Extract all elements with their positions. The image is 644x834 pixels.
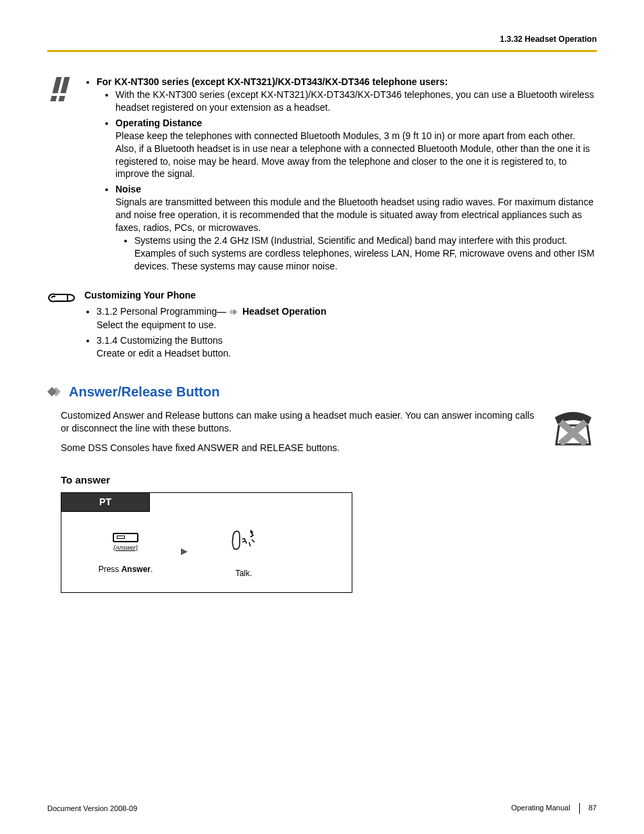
operating-distance-text: Please keep the telephones with connecte… [115,130,590,180]
customize-item1-bold: Headset Operation [242,306,326,317]
step-press-answer: (Answer) Press Answer. [72,533,180,575]
talk-icon [230,529,257,553]
phone-x-icon [549,409,597,454]
to-answer-heading: To answer [61,473,597,487]
step1-caption-bold: Answer [122,565,151,574]
list-item: With the KX-NT300 series (except KX-NT32… [115,88,597,114]
hand-point-icon [47,289,84,310]
answer-body: Customized Answer and Release buttons ca… [47,409,597,461]
step2-caption: Talk. [200,568,288,579]
list-item: 3.1.4 Customizing the Buttons Create or … [97,334,597,360]
header-section-label: 1.3.32 Headset Operation [47,34,597,45]
svg-rect-3 [59,96,65,101]
customize-item2-sub: Create or edit a Headset button. [97,348,231,359]
header-rule [47,50,597,52]
svg-rect-1 [51,96,57,101]
customize-title: Customizing Your Phone [84,289,597,302]
noise-text: Signals are transmitted between this mod… [115,197,593,233]
step1-caption-post: . [151,565,153,574]
answer-button-icon [113,533,138,542]
important-section: For KX-NT300 series (except KX-NT321)/KX… [47,76,597,275]
diamond-icon [47,386,65,397]
list-item: Noise Signals are transmitted between th… [115,183,597,272]
customize-section: Customizing Your Phone 3.1.2 Personal Pr… [47,289,597,363]
answer-release-heading: Answer/Release Button [69,383,219,401]
list-item: For KX-NT300 series (except KX-NT321)/KX… [97,76,597,272]
answer-para1: Customized Answer and Release buttons ca… [61,409,597,435]
customize-item1-sub: Select the equipment to use. [97,319,216,330]
answer-heading-row: Answer/Release Button [47,383,597,401]
answer-para2: Some DSS Consoles have fixed ANSWER and … [61,442,597,454]
diamond-icon [229,306,240,319]
svg-rect-0 [53,77,62,93]
list-item: Operating Distance Please keep the telep… [115,117,597,180]
operating-distance-heading: Operating Distance [115,118,202,128]
customize-item2: 3.1.4 Customizing the Buttons [97,335,223,346]
customize-item1-pre: 3.1.2 Personal Programming— [97,306,226,317]
procedure-diagram: PT (Answer) Press Answer. Talk. [61,492,352,593]
step1-caption-pre: Press [99,565,122,574]
noise-heading: Noise [115,184,141,194]
list-item: 3.1.2 Personal Programming— Headset Oper… [97,305,597,332]
answer-button-label: (Answer) [72,544,180,552]
important-icon [47,76,84,106]
step-talk: Talk. [200,529,288,579]
list-item: Systems using the 2.4 GHz ISM (Industria… [134,234,597,273]
diagram-tab: PT [61,493,150,512]
important-l1-bold: For KX-NT300 series (except KX-NT321)/KX… [97,76,448,87]
arrow-icon [180,547,200,560]
svg-rect-2 [61,77,70,93]
